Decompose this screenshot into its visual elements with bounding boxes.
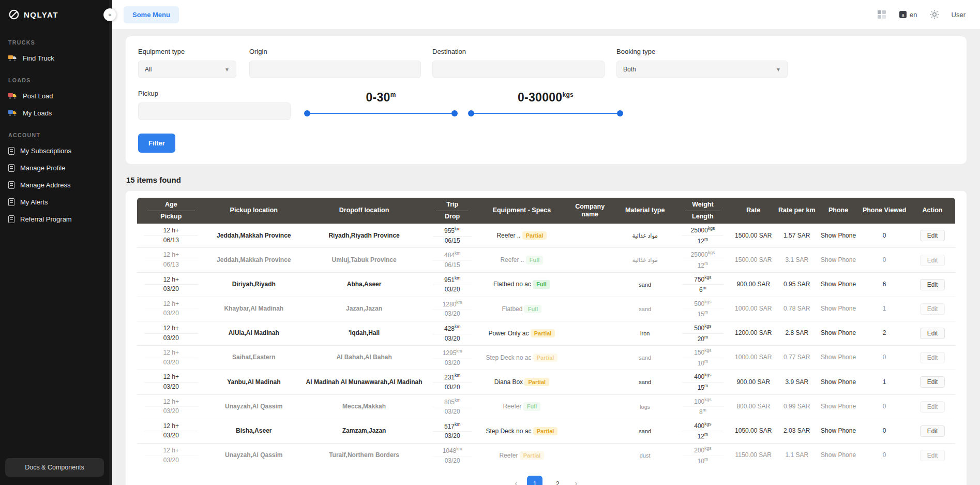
sidebar-collapse-button[interactable]: «: [103, 8, 116, 21]
truck-icon: [8, 55, 17, 62]
col-company-name: Company name: [565, 198, 615, 224]
pickup-location-cell: Jeddah,Makkah Province: [205, 224, 303, 248]
show-phone-button[interactable]: Show Phone: [818, 443, 859, 467]
edit-button[interactable]: Edit: [920, 352, 945, 363]
topbar-right: a en User: [877, 10, 966, 19]
company-name-cell: [565, 443, 615, 467]
weight-length-cell: 500kgs20m: [675, 321, 731, 346]
origin-label: Origin: [249, 48, 421, 55]
table-row: 12 h+03/20 Unayzah,Al Qassim Mecca,Makka…: [137, 394, 955, 419]
document-icon: [8, 215, 14, 223]
edit-button[interactable]: Edit: [920, 279, 945, 290]
loads-table: AgePickup Pickup location Dropoff locati…: [137, 198, 955, 467]
show-phone-button[interactable]: Show Phone: [818, 297, 859, 321]
destination-label: Destination: [432, 48, 605, 55]
edit-button[interactable]: Edit: [920, 328, 945, 339]
booking-type-select[interactable]: Both ▼: [616, 61, 788, 78]
edit-button[interactable]: Edit: [920, 376, 945, 388]
booking-badge: Partial: [533, 427, 558, 435]
weight-length-cell: 750kgs6m: [675, 272, 731, 297]
slider-track: [470, 113, 621, 114]
pickup-location-cell: Khaybar,Al Madinah: [205, 297, 303, 321]
booking-badge: Partial: [520, 451, 545, 460]
sidebar-section-trucks: TRUCKS: [0, 29, 109, 50]
rate-per-km-cell: 0.95 SAR: [776, 272, 818, 297]
trip-range-min-handle[interactable]: [304, 110, 310, 116]
edit-button[interactable]: Edit: [920, 401, 945, 413]
filter-button[interactable]: Filter: [138, 134, 175, 153]
sidebar-item-manage-profile[interactable]: Manage Profile: [0, 159, 109, 177]
show-phone-button[interactable]: Show Phone: [818, 346, 859, 370]
docs-components-button[interactable]: Docs & Components: [5, 458, 104, 477]
booking-badge: Full: [524, 305, 542, 313]
show-phone-button[interactable]: Show Phone: [818, 321, 859, 346]
sidebar-item-my-loads[interactable]: My Loads: [0, 105, 109, 122]
sidebar-item-my-alerts[interactable]: My Alerts: [0, 194, 109, 211]
language-switcher[interactable]: a en: [899, 10, 917, 19]
theme-sun-icon[interactable]: [930, 10, 939, 19]
age-pickup-cell: 12 h+03/20: [137, 419, 205, 443]
material-type-cell: sand: [615, 297, 675, 321]
pickup-label: Pickup: [138, 90, 291, 97]
table-body: 12 h+06/13 Jeddah,Makkah Province Riyadh…: [137, 224, 955, 467]
pagination-page-1[interactable]: 1: [527, 476, 542, 485]
show-phone-button[interactable]: Show Phone: [818, 224, 859, 248]
phone-viewed-cell: 0: [859, 419, 910, 443]
weight-range-min-handle[interactable]: [468, 110, 474, 116]
destination-input[interactable]: [432, 61, 605, 78]
edit-button[interactable]: Edit: [920, 425, 945, 437]
weight-range-max-handle[interactable]: [617, 110, 623, 116]
brand: NQLYAT: [0, 0, 109, 29]
equipment-specs-cell: Flatbed Full: [479, 297, 565, 321]
sidebar-item-my-subscriptions[interactable]: My Subscriptions: [0, 142, 109, 159]
dropoff-location-cell: Zamzam,Jazan: [303, 419, 426, 443]
phone-viewed-cell: 0: [859, 394, 910, 419]
pagination-next[interactable]: ›: [572, 478, 580, 485]
sidebar-item-manage-address[interactable]: Manage Address: [0, 177, 109, 194]
pickup-input[interactable]: [138, 102, 291, 120]
rate-per-km-cell: 0.99 SAR: [776, 394, 818, 419]
show-phone-button[interactable]: Show Phone: [818, 394, 859, 419]
sidebar-item-find-truck[interactable]: Find Truck: [0, 50, 109, 67]
age-pickup-cell: 12 h+03/20: [137, 394, 205, 419]
trip-drop-cell: 1048km03/20: [426, 443, 479, 467]
show-phone-button[interactable]: Show Phone: [818, 272, 859, 297]
pagination-prev[interactable]: ‹: [512, 478, 520, 485]
filter-row-1: Equipment type All ▼ Origin Destination: [138, 48, 954, 78]
sidebar-item-post-load[interactable]: Post Load: [0, 87, 109, 105]
show-phone-button[interactable]: Show Phone: [818, 419, 859, 443]
edit-button[interactable]: Edit: [920, 230, 945, 241]
pagination-page-2[interactable]: 2: [550, 476, 565, 485]
pagination: ‹ 1 2 ›: [137, 476, 955, 485]
trip-drop-cell: 1280km03/20: [426, 297, 479, 321]
sidebar-section-account: ACCOUNT: [0, 122, 109, 142]
user-menu[interactable]: User: [952, 11, 966, 19]
equipment-type-label: Equipment type: [138, 48, 236, 55]
table-row: 12 h+03/20 Diriyah,Riyadh Abha,Aseer 951…: [137, 272, 955, 297]
equipment-type-select[interactable]: All ▼: [138, 61, 236, 78]
some-menu-button[interactable]: Some Menu: [124, 6, 179, 23]
age-pickup-cell: 12 h+03/20: [137, 272, 205, 297]
origin-input[interactable]: [249, 61, 421, 78]
chevron-down-icon: ▼: [224, 67, 230, 72]
weight-length-cell: 100kgs8m: [675, 394, 731, 419]
edit-button[interactable]: Edit: [920, 450, 945, 461]
sidebar-item-referral-program[interactable]: Referral Program: [0, 211, 109, 228]
edit-button[interactable]: Edit: [920, 303, 945, 315]
rate-cell: 1000.00 SAR: [731, 346, 776, 370]
action-cell: Edit: [910, 272, 955, 297]
filter-panel: Equipment type All ▼ Origin Destination: [126, 36, 967, 164]
trip-range-value: 0-30m: [366, 91, 396, 105]
show-phone-button[interactable]: Show Phone: [818, 248, 859, 272]
edit-button[interactable]: Edit: [920, 255, 945, 266]
sidebar: NQLYAT « TRUCKS Find Truck LOADS Post Lo…: [0, 0, 112, 485]
trip-range-max-handle[interactable]: [451, 110, 458, 116]
company-name-cell: [565, 394, 615, 419]
apps-grid-icon[interactable]: [877, 10, 886, 19]
show-phone-button[interactable]: Show Phone: [818, 370, 859, 394]
trip-drop-cell: 955km06/15: [426, 224, 479, 248]
action-cell: Edit: [910, 224, 955, 248]
pickup-location-cell: Jeddah,Makkah Province: [205, 248, 303, 272]
booking-badge: Partial: [524, 378, 549, 386]
dropoff-location-cell: Riyadh,Riyadh Province: [303, 224, 426, 248]
